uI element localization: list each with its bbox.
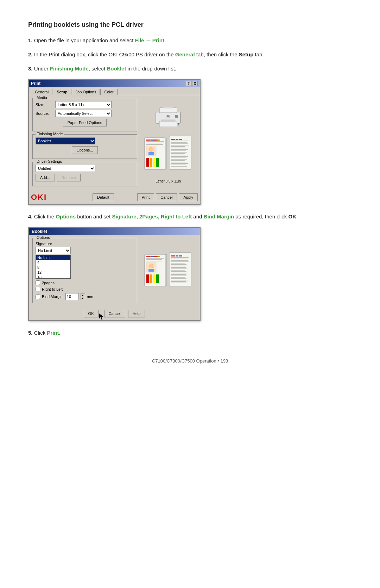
checkbox-2pages[interactable] xyxy=(36,280,40,285)
size-select[interactable]: Letter 8.5 x 11in xyxy=(55,101,112,108)
spin-down-btn[interactable]: ▼ xyxy=(81,297,85,301)
driver-settings-select[interactable]: Untitled xyxy=(36,165,95,172)
cancel-btn[interactable]: Cancel xyxy=(156,193,177,201)
svg-rect-62 xyxy=(153,274,156,283)
booklet-content-row: Options Signature No Limit No L xyxy=(32,238,196,306)
step-number-3: 3. xyxy=(28,66,33,72)
svg-rect-17 xyxy=(146,144,163,145)
options-btn[interactable]: Options... xyxy=(72,146,97,154)
booklet-dialog-wrapper: Booklet Options Signature xyxy=(28,227,352,321)
booklet-help-btn[interactable]: Help xyxy=(128,310,145,317)
bind-margin-spin[interactable]: ▲ ▼ xyxy=(81,293,85,300)
svg-rect-4 xyxy=(175,115,178,118)
svg-rect-73 xyxy=(171,266,188,266)
tab-job-options[interactable]: Job Options xyxy=(72,89,100,95)
sig-item-no-limit[interactable]: No Limit xyxy=(36,255,70,260)
svg-rect-84 xyxy=(171,281,186,282)
svg-rect-39 xyxy=(171,156,188,157)
finishing-mode-section: Finishing Mode Booklet Options... xyxy=(32,134,137,159)
svg-rect-82 xyxy=(171,278,186,279)
tab-color[interactable]: Color xyxy=(100,89,117,95)
signature-label: Signature xyxy=(36,242,134,246)
help-titlebar-btn[interactable]: ? xyxy=(186,81,191,86)
svg-rect-72 xyxy=(171,264,186,265)
svg-text:1: 1 xyxy=(178,123,179,126)
step4-text3: and xyxy=(192,213,203,219)
step1-period: . xyxy=(164,37,166,43)
svg-rect-33 xyxy=(171,148,186,148)
signature-dropdown[interactable]: No Limit xyxy=(36,247,71,254)
booklet-cancel-btn[interactable]: Cancel xyxy=(104,310,125,317)
add-btn[interactable]: Add... xyxy=(36,174,55,181)
spin-up-btn[interactable]: ▲ xyxy=(81,293,85,297)
close-titlebar-btn[interactable]: X xyxy=(192,81,198,86)
default-btn[interactable]: Default xyxy=(93,193,114,201)
bind-margin-input[interactable]: 10 xyxy=(65,293,79,300)
tab-general[interactable]: General xyxy=(31,89,52,95)
svg-rect-46 xyxy=(171,166,187,167)
checkbox-bind-margin[interactable] xyxy=(36,295,40,299)
svg-rect-6 xyxy=(163,107,173,108)
sig-item-4[interactable]: 4 xyxy=(36,260,70,265)
svg-rect-43 xyxy=(171,162,186,162)
svg-rect-63 xyxy=(156,274,159,283)
svg-rect-25 xyxy=(171,139,175,140)
step3-booklet: Booklet xyxy=(107,66,126,72)
svg-rect-55 xyxy=(146,259,162,260)
print-dialog-wrapper: Print ? X General Setup Job Options Colo… xyxy=(28,79,352,205)
booklet-preview-svg xyxy=(143,132,194,178)
booklet-ok-btn[interactable]: OK xyxy=(84,310,99,317)
finishing-mode-select[interactable]: Booklet xyxy=(36,137,95,144)
svg-rect-75 xyxy=(171,268,187,269)
step4-comma2: , xyxy=(158,213,161,219)
signature-listbox[interactable]: No Limit 4 8 12 16 xyxy=(36,255,71,279)
driver-settings-section: Driver Settings Untitled Add... Remove xyxy=(32,162,137,186)
print-dialog-footer: OKI Default Print Cancel Apply xyxy=(29,191,200,204)
step4-text1: Click the xyxy=(34,213,56,219)
size-row: Size: Letter 8.5 x 11in xyxy=(36,101,134,108)
svg-rect-21 xyxy=(146,158,149,167)
sig-item-16[interactable]: 16 xyxy=(36,275,70,279)
checkbox-right-to-left[interactable] xyxy=(36,287,40,291)
checkbox-2pages-label: 2pages xyxy=(42,281,55,285)
svg-rect-66 xyxy=(179,255,182,256)
sig-item-8[interactable]: 8 xyxy=(36,265,70,270)
step5-text2: . xyxy=(59,330,61,336)
paper-feed-btn[interactable]: Paper Feed Options xyxy=(63,119,107,126)
svg-rect-67 xyxy=(171,257,189,258)
svg-point-19 xyxy=(149,147,153,151)
step2-text3: tab. xyxy=(253,51,264,57)
remove-btn[interactable]: Remove xyxy=(57,174,81,181)
media-section: Media Size: Letter 8.5 x 11in Source: Au… xyxy=(32,98,137,131)
paper-feed-row: Paper Feed Options xyxy=(36,119,134,126)
step-number-5: 5. xyxy=(28,330,33,336)
sig-select-group: No Limit No Limit 4 8 12 16 xyxy=(36,247,71,279)
svg-rect-78 xyxy=(171,273,188,273)
step2-text1: In the Print dialog box, click the OKI C… xyxy=(34,51,175,57)
svg-rect-36 xyxy=(171,152,187,153)
step-2: 2. In the Print dialog box, click the OK… xyxy=(28,50,352,59)
tab-setup[interactable]: Setup xyxy=(53,89,71,95)
svg-rect-52 xyxy=(154,256,158,257)
svg-rect-61 xyxy=(150,274,152,283)
sig-item-12[interactable]: 12 xyxy=(36,270,70,275)
add-remove-row: Add... Remove xyxy=(36,174,134,181)
apply-btn[interactable]: Apply xyxy=(179,193,198,201)
options-section: Options Signature No Limit No L xyxy=(32,238,137,303)
svg-rect-69 xyxy=(171,260,188,261)
svg-rect-51 xyxy=(151,256,154,257)
svg-rect-32 xyxy=(171,146,185,147)
booklet-dialog-title: Booklet xyxy=(32,229,47,234)
print-dialog-tabs[interactable]: General Setup Job Options Color xyxy=(29,87,200,95)
svg-rect-76 xyxy=(171,270,185,271)
titlebar-buttons[interactable]: ? X xyxy=(186,81,198,86)
svg-text:M: M xyxy=(166,114,170,118)
signature-section: Signature No Limit No Limit 4 8 xyxy=(36,242,134,279)
source-select[interactable]: Automatically Select xyxy=(55,110,112,117)
svg-rect-28 xyxy=(171,141,189,141)
page-footer: C7100/C7300/C7500 Operation • 193 xyxy=(28,358,352,364)
print-btn[interactable]: Print xyxy=(137,193,154,201)
svg-rect-53 xyxy=(158,256,160,257)
step3-text2: , select xyxy=(89,66,107,72)
svg-rect-81 xyxy=(171,277,185,278)
